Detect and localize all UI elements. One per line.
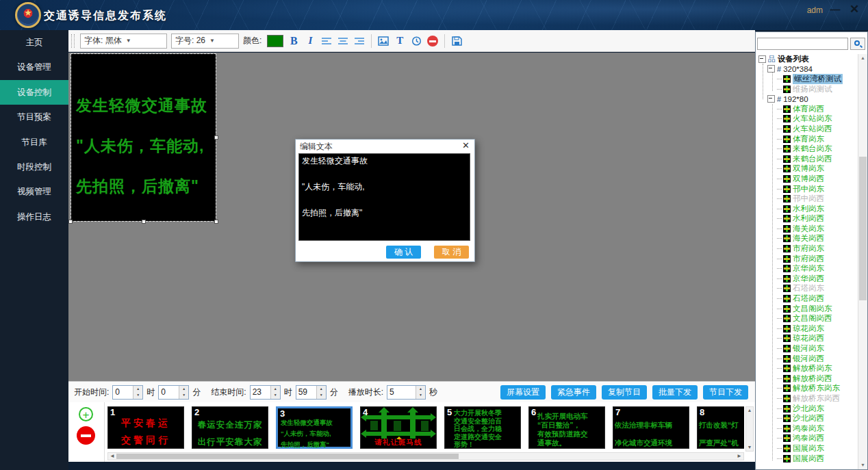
program-thumbnail[interactable]: 7依法治理非标车辆 净化城市交通环境 [613, 406, 689, 449]
program-thumbnail[interactable]: 3发生轻微交通事故 "人未伤，车能动, 先拍照，后撤离" [276, 406, 353, 449]
scroll-down-arrow[interactable]: ▼ [746, 444, 753, 451]
start-minute-stepper[interactable]: 0 ▲▼ [158, 385, 189, 400]
sidebar-item[interactable]: 节目预案 [0, 105, 68, 129]
sidebar-item[interactable]: 节目库 [0, 130, 68, 155]
device-tree-item[interactable]: 海关岗东 [757, 224, 858, 234]
tree-scrollbar[interactable]: ▲ ▼ [858, 54, 867, 469]
start-hour-stepper[interactable]: 0 ▲▼ [112, 385, 143, 400]
scroll-up-arrow[interactable]: ▲ [746, 407, 753, 414]
program-thumbnail[interactable]: 6扎实开展电动车 “百日整治”， 有效预防道路交 通事故。 [528, 406, 605, 449]
program-thumbnail[interactable]: 5大力开展秋冬季 交通安全整治百 日会战，全力稳 定道路交通安全 形势！ [444, 406, 521, 449]
insert-image-button[interactable] [377, 34, 390, 48]
end-minute-stepper[interactable]: 59 ▲▼ [296, 385, 327, 400]
vertical-scrollbar[interactable]: ▲ ▼ [745, 406, 754, 452]
program-thumbnail[interactable]: 8打击改装“灯 严查严处“机 [697, 406, 744, 449]
device-tree-item[interactable]: 市府岗东 [757, 244, 858, 254]
scrollbar-thumb[interactable] [116, 454, 459, 459]
tree-root[interactable]: 品设备列表 [757, 54, 858, 64]
device-tree-item[interactable]: 水利岗西 [757, 214, 858, 224]
expander-icon[interactable] [758, 55, 766, 63]
device-tree-item[interactable]: 京华岗西 [757, 274, 858, 284]
insert-time-button[interactable] [410, 34, 422, 48]
device-tree-item[interactable]: 解放桥岗东 [757, 363, 858, 374]
device-tree-item[interactable]: 琼花岗东 [757, 324, 858, 334]
save-button[interactable] [450, 34, 463, 48]
sidebar-item[interactable]: 设备管理 [0, 55, 68, 79]
cancel-button[interactable]: 取 消 [434, 246, 469, 259]
program-thumbnail[interactable]: 4请礼让斑马线 [360, 406, 437, 449]
align-right-button[interactable] [353, 34, 366, 48]
scroll-right-arrow[interactable]: ► [735, 453, 743, 460]
device-tree-item[interactable]: 来鹤台岗西 [757, 154, 858, 164]
resize-handle-bottom[interactable] [142, 220, 146, 224]
device-search-input[interactable] [757, 38, 848, 50]
duration-stepper[interactable]: 5 ▲▼ [387, 385, 426, 400]
spinner-arrows[interactable]: ▲▼ [270, 386, 280, 399]
device-tree-item[interactable]: 京华岗东 [757, 263, 858, 274]
device-search-button[interactable] [850, 38, 865, 50]
scroll-down-arrow[interactable]: ▼ [858, 461, 867, 469]
insert-text-button[interactable]: T [394, 34, 406, 48]
expander-icon[interactable] [767, 95, 775, 103]
align-left-button[interactable] [320, 34, 333, 48]
sidebar-item[interactable]: 主页 [0, 30, 68, 55]
italic-button[interactable]: I [304, 34, 316, 48]
device-tree-item[interactable]: 水利岗东 [757, 204, 858, 214]
dialog-close-icon[interactable]: ✕ [462, 140, 470, 151]
device-tree-item[interactable]: 螺丝湾桥测试 [757, 74, 858, 84]
action-button[interactable]: 批量下发 [652, 385, 698, 400]
spinner-arrows[interactable]: ▲▼ [133, 386, 142, 399]
device-tree-item[interactable]: 国展岗西 [757, 454, 858, 464]
action-button[interactable]: 复制节目 [602, 385, 647, 400]
action-button[interactable]: 节目下发 [703, 385, 748, 400]
spinner-arrows[interactable]: ▲▼ [316, 386, 326, 399]
scroll-left-arrow[interactable]: ◄ [108, 453, 116, 460]
scroll-up-arrow[interactable]: ▲ [858, 54, 867, 62]
program-thumbnail[interactable]: 1平安春运 交警同行 [107, 406, 184, 449]
font-family-select[interactable]: 字体: 黑体 ▼ [80, 34, 167, 49]
spinner-arrows[interactable]: ▲▼ [179, 386, 188, 399]
device-tree-item[interactable]: 海关岗西 [757, 234, 858, 244]
device-tree-item[interactable]: 解放桥东岗东 [757, 384, 858, 394]
device-tree-item[interactable]: 石塔岗东 [757, 284, 858, 294]
tree-group[interactable]: #320*384 [757, 64, 858, 75]
device-tree-item[interactable]: 体育岗东 [757, 134, 858, 144]
tree-group[interactable]: #192*80 [757, 94, 858, 104]
program-thumbnail[interactable]: 2春运安全连万家 出行平安靠大家 [192, 406, 268, 449]
remove-program-button[interactable] [77, 426, 95, 445]
device-tree-item[interactable]: 银河岗西 [757, 354, 858, 364]
device-tree-item[interactable]: 市府岗西 [757, 254, 858, 264]
close-button[interactable]: ✕ [846, 1, 863, 18]
device-tree-item[interactable]: 鸿泰岗西 [757, 434, 858, 444]
led-screen-preview[interactable]: 发生轻微交通事故"人未伤，车能动,先拍照，后撤离" [71, 54, 216, 221]
device-tree-item[interactable]: 文昌阁岗东 [757, 304, 858, 314]
font-size-select[interactable]: 字号: 26 ▼ [171, 34, 239, 49]
device-tree-item[interactable]: 维扬岗测试 [757, 84, 858, 94]
device-tree-item[interactable]: 解放桥东岗西 [757, 393, 858, 404]
device-tree-item[interactable]: 来鹤台岗东 [757, 144, 858, 154]
add-program-button[interactable]: + [79, 407, 93, 421]
delete-item-button[interactable] [426, 34, 439, 48]
resize-handle-corner[interactable] [214, 220, 218, 224]
action-button[interactable]: 屏幕设置 [500, 385, 546, 400]
resize-handle-right[interactable] [214, 135, 218, 140]
sidebar-item[interactable]: 视频管理 [0, 179, 68, 204]
device-tree-item[interactable]: 双博岗东 [757, 164, 858, 174]
device-tree-item[interactable]: 石塔岗西 [757, 293, 858, 304]
device-tree-item[interactable]: 琼花岗西 [757, 334, 858, 344]
device-tree-item[interactable]: 国展岗东 [757, 443, 858, 454]
dialog-textarea[interactable]: 发生轻微交通事故 "人未伤，车能动, 先拍照，后撤离" [298, 153, 470, 241]
device-tree-item[interactable]: 体育岗西 [757, 104, 858, 114]
device-tree-item[interactable]: 双博岗西 [757, 174, 858, 184]
spinner-arrows[interactable]: ▲▼ [416, 386, 425, 399]
color-swatch[interactable] [267, 35, 283, 47]
expander-icon[interactable] [767, 65, 775, 73]
device-tree-item[interactable]: 鸿泰岗东 [757, 423, 858, 434]
align-center-button[interactable] [337, 34, 349, 48]
action-button[interactable]: 紧急事件 [551, 385, 596, 400]
device-tree-item[interactable]: 沙北岗东 [757, 404, 858, 414]
resize-handle-corner[interactable] [68, 220, 73, 224]
sidebar-item[interactable]: 操作日志 [0, 205, 68, 229]
scrollbar-thumb[interactable] [859, 157, 867, 300]
confirm-button[interactable]: 确 认 [386, 246, 421, 259]
